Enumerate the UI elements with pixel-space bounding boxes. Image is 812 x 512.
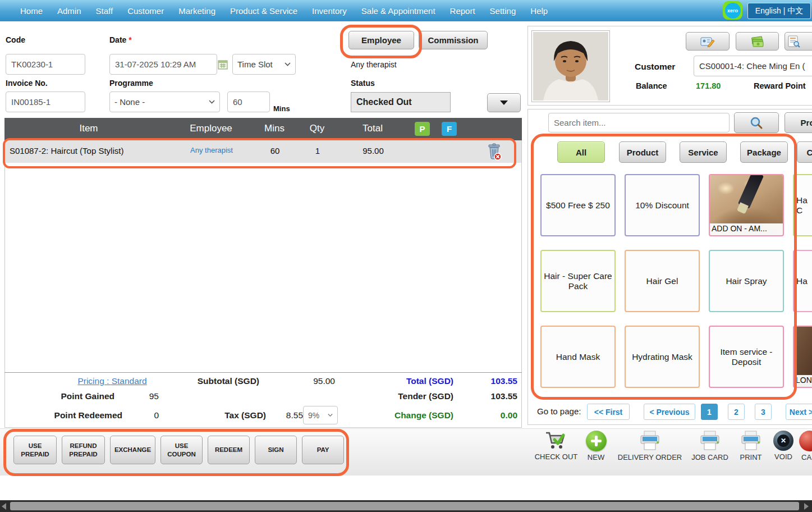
page-previous-button[interactable]: < Previous [644,404,695,420]
customer-history-button[interactable] [785,32,812,51]
document-search-icon [787,35,801,48]
invoice-input[interactable] [6,92,85,112]
catalog-tile[interactable]: $500 Free $ 250 [540,174,616,236]
item-row[interactable]: S01087-2: Haircut (Top Stylist) Any ther… [5,140,521,163]
category-all-button[interactable]: All [557,141,605,163]
job-card-button[interactable]: JOB CARD [686,431,734,461]
nav-setting[interactable]: Setting [490,6,516,16]
any-therapist-text: Any therapist [351,60,397,69]
void-button[interactable]: ✕ VOID [771,431,796,461]
edit-customer-button[interactable] [686,32,730,51]
catalog-tile[interactable]: Hair Gel [625,250,700,312]
status-field: Checked Out [351,92,451,112]
nav-inventory[interactable]: Inventory [312,6,347,16]
catalog-tile[interactable]: Hair Spray [709,250,784,312]
time-slot-select[interactable]: Time Slot [232,54,296,75]
catalog-tile-addon[interactable]: ADD ON - AM... [709,174,784,236]
void-label: VOID [774,452,792,461]
scroll-left-arrow[interactable] [2,503,6,510]
sign-button[interactable]: SIGN [255,436,297,464]
nav-customer[interactable]: Customer [127,6,164,16]
cart-icon [544,431,568,451]
triangle-down-icon [500,100,508,105]
catalog-tile[interactable]: Hand Mask [540,326,616,388]
foc-badge[interactable]: F [442,122,457,136]
code-input[interactable] [6,54,85,75]
chevron-down-icon [328,413,333,417]
nav-product-service[interactable]: Product & Service [230,6,297,16]
refund-prepaid-button[interactable]: REFUND PREPAID [62,436,105,464]
nav-report[interactable]: Report [450,6,475,16]
employee-button[interactable]: Employee [348,31,414,49]
item-employee-link[interactable]: Any therapist [190,146,233,154]
printer-icon [639,431,660,451]
delete-item-icon[interactable] [487,143,502,161]
subtotal-value: 95.00 [295,376,335,386]
pay-button[interactable]: PAY [302,436,344,464]
customer-photo[interactable] [531,30,610,102]
nav-admin[interactable]: Admin [57,6,81,16]
cancel-button[interactable]: CA [799,431,812,461]
tender-label: Tender (SGD) [382,391,453,401]
exchange-button[interactable]: EXCHANGE [110,436,155,464]
point-redeemed-value: 0 [139,410,159,420]
catalog-tile[interactable]: 10% Discount [625,174,700,236]
col-qty: Qty [310,123,324,134]
tax-rate-select[interactable]: 9% [303,406,338,424]
language-toggle-button[interactable]: English | 中文 [747,3,811,19]
category-product-button[interactable]: Product [619,141,666,163]
use-prepaid-button[interactable]: USE PREPAID [13,436,57,464]
catalog-tile[interactable]: Item service - Deposit [709,326,784,388]
use-coupon-button[interactable]: USE COUPON [160,436,203,464]
search-button[interactable] [734,112,779,133]
printer-icon [699,431,721,451]
xero-logo[interactable]: xero [723,1,742,20]
catalog-tile-clipped[interactable]: LON [793,326,812,388]
page-next-button[interactable]: Next > [786,404,812,420]
col-total: Total [363,123,383,134]
print-button[interactable]: PRINT [735,431,767,461]
duration-input[interactable] [227,92,270,112]
invoice-label: Invoice No. [6,79,48,88]
item-mins: 60 [270,146,280,156]
catalog-tile-clipped[interactable]: Ha C [793,174,812,236]
page-3-button[interactable]: 3 [755,404,772,420]
nav-staff[interactable]: Staff [96,6,113,16]
page-1-button[interactable]: 1 [701,404,718,420]
scrollbar-thumb[interactable] [10,502,799,510]
page-first-button[interactable]: << First [587,404,630,420]
nav-home[interactable]: Home [20,6,43,16]
status-expand-button[interactable] [487,93,521,112]
page-2-button[interactable]: 2 [728,404,745,420]
printer-icon [740,431,761,451]
delivery-order-button[interactable]: DELIVERY ORDER [612,431,688,461]
category-extra-button[interactable]: C [797,141,812,163]
programme-select[interactable]: - None - [109,92,220,112]
nav-marketing[interactable]: Marketing [178,6,215,16]
new-button[interactable]: NEW [578,431,614,461]
catalog-tile[interactable]: Hydrating Mask [625,326,700,388]
search-input[interactable] [548,113,730,132]
status-label: Status [351,79,375,88]
time-slot-value: Time Slot [237,60,273,69]
delivery-order-label: DELIVERY ORDER [618,453,682,461]
category-service-button[interactable]: Service [680,141,727,163]
pricing-link[interactable]: Pricing : Standard [73,376,152,386]
date-label-text: Date [109,35,126,44]
paid-badge[interactable]: P [415,122,430,136]
catalog-tile[interactable]: Hair - Super Care Pack [540,250,616,312]
calendar-icon[interactable] [218,60,228,70]
promotion-button[interactable]: Pror [785,112,812,133]
prepaid-balance-button[interactable] [736,32,779,51]
change-label: Change (SGD) [382,410,453,420]
catalog-tile-clipped[interactable]: Ha [793,250,812,312]
nav-sale-appointment[interactable]: Sale & Appointment [361,6,435,16]
nav-help[interactable]: Help [530,6,548,16]
redeem-button[interactable]: REDEEM [208,436,250,464]
commission-button[interactable]: Commission [419,31,488,49]
category-package-button[interactable]: Package [740,141,788,163]
date-input[interactable] [109,54,217,75]
customer-input[interactable] [694,56,812,76]
scroll-right-arrow[interactable] [804,503,809,510]
programme-value: - None - [114,97,145,107]
